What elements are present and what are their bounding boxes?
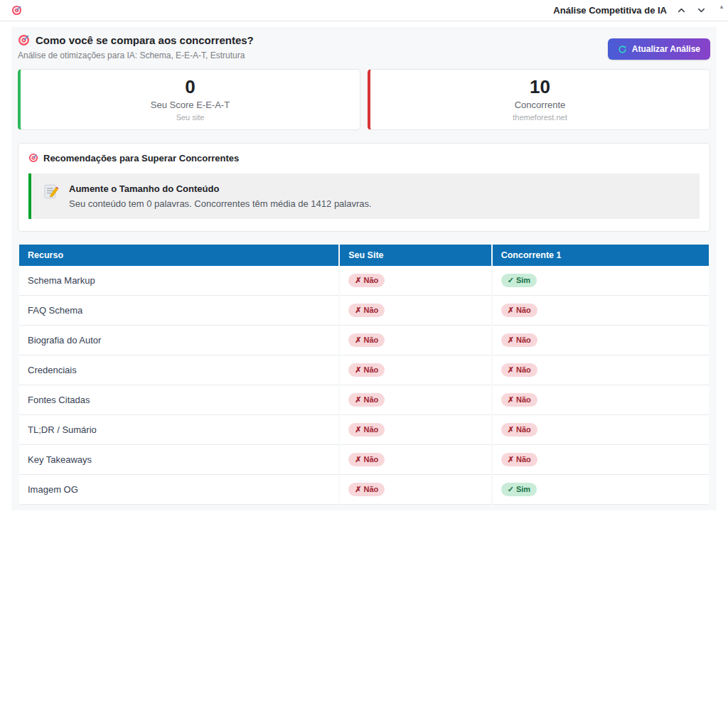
score-cards: 0 Seu Score E-E-A-T Seu site 10 Concorre… bbox=[18, 69, 710, 130]
feature-cell: FAQ Schema bbox=[19, 296, 338, 326]
competitor-cell: ✗ Não bbox=[493, 445, 709, 475]
recommendation-title: Aumente o Tamanho do Conteúdo bbox=[69, 183, 372, 194]
table-row: Fontes Citadas✗ Não✗ Não bbox=[19, 385, 709, 415]
score-value: 0 bbox=[21, 77, 360, 98]
chevron-up-icon[interactable] bbox=[676, 5, 687, 16]
feature-cell: Fontes Citadas bbox=[19, 385, 338, 415]
page-subtitle: Análise de otimizações para IA: Schema, … bbox=[18, 50, 254, 60]
status-badge-nao: ✗ Não bbox=[501, 393, 537, 407]
page-title-text: Como você se compara aos concorrentes? bbox=[36, 34, 254, 46]
score-card-competitor: 10 Concorrente themeforest.net bbox=[368, 69, 710, 130]
feature-cell: Credenciais bbox=[19, 355, 338, 385]
competitor-cell: ✓ Sim bbox=[493, 266, 709, 296]
recommendation-item: Aumente o Tamanho do Conteúdo Seu conteú… bbox=[28, 173, 700, 219]
competitor-cell: ✗ Não bbox=[493, 326, 709, 355]
page-title: Como você se compara aos concorrentes? bbox=[18, 34, 254, 46]
table-row: TL;DR / Sumário✗ Não✗ Não bbox=[19, 415, 709, 445]
target-logo-icon bbox=[11, 5, 22, 16]
col-header-seu-site: Seu Site bbox=[340, 245, 491, 266]
refresh-icon bbox=[618, 45, 627, 54]
table-row: Credenciais✗ Não✗ Não bbox=[19, 355, 709, 385]
status-badge-sim: ✓ Sim bbox=[501, 274, 537, 287]
col-header-recurso: Recurso bbox=[19, 245, 338, 266]
your-site-cell: ✗ Não bbox=[340, 326, 491, 355]
score-card-your-site: 0 Seu Score E-E-A-T Seu site bbox=[18, 69, 360, 130]
widget-title: Análise Competitiva de IA bbox=[553, 5, 667, 16]
feature-cell: Imagem OG bbox=[19, 475, 338, 505]
col-header-concorrente1: Concorrente 1 bbox=[493, 245, 709, 266]
your-site-cell: ✗ Não bbox=[340, 296, 491, 326]
comparison-table: Recurso Seu Site Concorrente 1 Schema Ma… bbox=[18, 245, 710, 505]
your-site-cell: ✗ Não bbox=[340, 475, 491, 505]
target-icon bbox=[18, 34, 30, 46]
feature-cell: Schema Markup bbox=[19, 266, 338, 296]
status-badge-nao: ✗ Não bbox=[501, 423, 537, 437]
table-row: Imagem OG✗ Não✓ Sim bbox=[19, 475, 709, 505]
your-site-cell: ✗ Não bbox=[340, 355, 491, 385]
recommendations-heading: Recomendações para Superar Concorrentes bbox=[28, 153, 700, 164]
your-site-cell: ✗ Não bbox=[340, 445, 491, 475]
topbar: Análise Competitiva de IA bbox=[0, 0, 728, 21]
score-site: themeforest.net bbox=[370, 113, 710, 122]
status-badge-nao: ✗ Não bbox=[348, 304, 385, 317]
table-row: Schema Markup✗ Não✓ Sim bbox=[19, 266, 709, 296]
status-badge-nao: ✗ Não bbox=[501, 453, 537, 466]
your-site-cell: ✗ Não bbox=[340, 266, 491, 296]
recommendation-description: Seu conteúdo tem 0 palavras. Concorrente… bbox=[69, 198, 372, 209]
status-badge-nao: ✗ Não bbox=[348, 453, 385, 466]
table-header-row: Recurso Seu Site Concorrente 1 bbox=[19, 245, 709, 266]
status-badge-nao: ✗ Não bbox=[348, 423, 385, 437]
status-badge-nao: ✗ Não bbox=[348, 274, 385, 287]
status-badge-nao: ✗ Não bbox=[348, 483, 385, 496]
status-badge-nao: ✗ Não bbox=[501, 333, 537, 347]
table-row: FAQ Schema✗ Não✗ Não bbox=[19, 296, 709, 326]
score-label: Concorrente bbox=[370, 100, 710, 110]
table-row: Biografia do Autor✗ Não✗ Não bbox=[19, 326, 709, 355]
feature-cell: TL;DR / Sumário bbox=[19, 415, 338, 445]
competitor-cell: ✓ Sim bbox=[493, 475, 709, 505]
your-site-cell: ✗ Não bbox=[340, 385, 491, 415]
chevron-down-icon[interactable] bbox=[696, 5, 707, 16]
competitor-cell: ✗ Não bbox=[493, 385, 709, 415]
competitor-cell: ✗ Não bbox=[493, 296, 709, 326]
table-row: Key Takeaways✗ Não✗ Não bbox=[19, 445, 709, 475]
scrollbar-up-arrow[interactable]: ▲ bbox=[719, 4, 724, 10]
status-badge-sim: ✓ Sim bbox=[501, 483, 537, 496]
status-badge-nao: ✗ Não bbox=[348, 363, 385, 377]
recommendations-title: Recomendações para Superar Concorrentes bbox=[43, 153, 239, 164]
score-label: Seu Score E-E-A-T bbox=[21, 100, 360, 110]
score-site: Seu site bbox=[21, 113, 360, 122]
target-icon bbox=[28, 153, 38, 163]
recommendations-card: Recomendações para Superar Concorrentes … bbox=[18, 143, 710, 232]
update-analysis-label: Atualizar Análise bbox=[632, 44, 700, 54]
panel-header: Como você se compara aos concorrentes? A… bbox=[18, 34, 710, 69]
competitor-cell: ✗ Não bbox=[493, 415, 709, 445]
comparison-table-body: Schema Markup✗ Não✓ SimFAQ Schema✗ Não✗ … bbox=[19, 266, 709, 505]
status-badge-nao: ✗ Não bbox=[501, 363, 537, 377]
status-badge-nao: ✗ Não bbox=[348, 393, 385, 407]
analysis-panel: Como você se compara aos concorrentes? A… bbox=[11, 27, 717, 510]
score-value: 10 bbox=[370, 77, 710, 98]
memo-icon bbox=[43, 183, 60, 200]
status-badge-nao: ✗ Não bbox=[348, 333, 385, 347]
feature-cell: Biografia do Autor bbox=[19, 326, 338, 355]
update-analysis-button[interactable]: Atualizar Análise bbox=[608, 38, 710, 60]
your-site-cell: ✗ Não bbox=[340, 415, 491, 445]
feature-cell: Key Takeaways bbox=[19, 445, 338, 475]
competitor-cell: ✗ Não bbox=[493, 355, 709, 385]
status-badge-nao: ✗ Não bbox=[501, 304, 537, 317]
